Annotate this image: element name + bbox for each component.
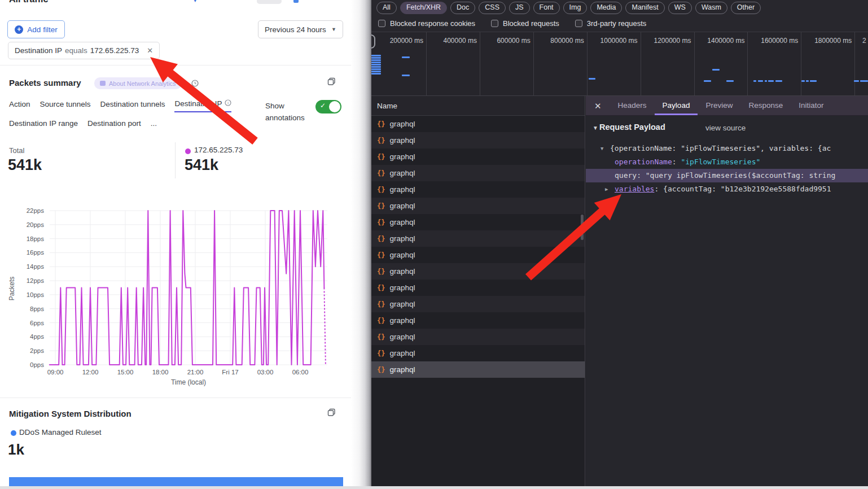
timeline-label: 400000 ms: [426, 37, 477, 45]
view-source-link[interactable]: view source: [705, 124, 746, 132]
tab-source-tunnels[interactable]: Source tunnels: [40, 99, 91, 112]
filter-pill-font[interactable]: Font: [533, 2, 560, 14]
add-filter-button[interactable]: + Add filter: [7, 20, 65, 38]
request-timing-bar: [371, 62, 381, 63]
network-filter-toolbar: AllFetch/XHRDocCSSJSFontImgMediaManifest…: [371, 0, 868, 32]
checkbox-3rd-party-requests[interactable]: 3rd-party requests: [575, 19, 647, 28]
filter-pill-img[interactable]: Img: [563, 2, 588, 14]
tab-action[interactable]: Action: [9, 99, 30, 112]
expand-right-icon[interactable]: ▶: [605, 182, 608, 196]
close-icon[interactable]: ✕: [586, 96, 610, 115]
filter-pill-doc[interactable]: Doc: [450, 2, 475, 14]
request-row[interactable]: {}graphql: [371, 230, 585, 247]
filter-pill-media[interactable]: Media: [590, 2, 622, 14]
request-row[interactable]: {}graphql: [371, 280, 585, 296]
tab--[interactable]: ...: [151, 119, 157, 131]
payload-line[interactable]: query: "query ipFlowTimeseries($accountT…: [586, 169, 868, 182]
about-network-analytics-badge[interactable]: About Network Analytics: [94, 77, 182, 89]
filter-pill-manifest[interactable]: Manifest: [625, 2, 664, 14]
payload-segment: : {accountTag: "b12e3b2192ee5588fdad9951: [654, 185, 831, 193]
scrollbar-thumb[interactable]: [581, 215, 584, 240]
request-row[interactable]: {}graphql: [371, 116, 585, 132]
request-row[interactable]: {}graphql: [371, 247, 585, 263]
series-dot: [185, 149, 191, 154]
network-timeline-overview[interactable]: 200000 ms400000 ms600000 ms800000 ms1000…: [371, 32, 868, 96]
time-range-dropdown[interactable]: Previous 24 hours ▼: [258, 20, 343, 38]
tab-destination-ip[interactable]: Destination IPi: [174, 99, 231, 112]
close-icon[interactable]: ✕: [147, 46, 153, 55]
request-name: graphql: [389, 136, 415, 145]
request-name: graphql: [389, 234, 415, 243]
tab-label: Destination port: [87, 119, 141, 128]
popout-icon[interactable]: [327, 77, 336, 88]
filter-pill-ws[interactable]: WS: [668, 2, 692, 14]
detail-tab-preview[interactable]: Preview: [698, 96, 740, 115]
mitigation-bar: [9, 477, 343, 487]
detail-tab-payload[interactable]: Payload: [655, 96, 698, 115]
request-timing-bar: [371, 71, 381, 72]
tab-destination-ip-range[interactable]: Destination IP range: [9, 119, 78, 131]
request-name: graphql: [389, 218, 415, 226]
filter-chip[interactable]: Destination IP equals 172.65.225.73 ✕: [8, 42, 160, 59]
expand-down-icon[interactable]: ▼: [600, 142, 603, 155]
checkbox-blocked-requests[interactable]: Blocked requests: [491, 19, 559, 28]
svg-text:20pps: 20pps: [27, 221, 45, 228]
json-braces-icon: {}: [377, 202, 385, 210]
request-name: graphql: [389, 267, 415, 276]
filter-pill-other[interactable]: Other: [731, 2, 761, 14]
tab-destination-port[interactable]: Destination port: [87, 119, 141, 131]
show-annotations-toggle[interactable]: ✓: [315, 100, 341, 113]
payload-line[interactable]: ▶variables: {accountTag: "b12e3b2192ee55…: [586, 182, 868, 196]
devtools-panel: AllFetch/XHRDocCSSJSFontImgMediaManifest…: [371, 0, 868, 489]
request-row[interactable]: {}graphql: [371, 165, 585, 181]
request-row[interactable]: {}graphql: [371, 214, 585, 230]
request-row[interactable]: {}graphql: [371, 329, 585, 345]
filter-pill-css[interactable]: CSS: [479, 2, 506, 14]
filter-field: Destination IP: [15, 46, 62, 55]
request-row[interactable]: {}graphql: [371, 312, 585, 329]
request-row[interactable]: {}graphql: [371, 181, 585, 198]
tab-label: Destination IP: [174, 99, 222, 108]
request-payload-header[interactable]: ▼Request Payload: [593, 123, 665, 132]
detail-tab-response[interactable]: Response: [740, 96, 791, 115]
filter-pill-js[interactable]: JS: [509, 2, 530, 14]
checkbox-blocked-response-cookies[interactable]: Blocked response cookies: [378, 19, 475, 28]
detail-tab-initiator[interactable]: Initiator: [791, 96, 831, 115]
request-row[interactable]: {}graphql: [371, 345, 585, 361]
time-range-label: Previous 24 hours: [265, 25, 326, 34]
filter-pill-fetch-xhr[interactable]: Fetch/XHR: [400, 2, 447, 14]
name-column-header[interactable]: Name: [371, 96, 585, 116]
checkbox-box: [378, 20, 385, 27]
svg-text:18:00: 18:00: [152, 369, 169, 376]
svg-text:21:00: 21:00: [187, 369, 204, 376]
request-row[interactable]: {}graphql: [371, 296, 585, 312]
detail-tab-headers[interactable]: Headers: [610, 96, 655, 115]
payload-line[interactable]: operationName: "ipFlowTimeseries": [586, 155, 868, 169]
svg-text:Fri 17: Fri 17: [222, 369, 238, 376]
filter-checkboxes: Blocked response cookiesBlocked requests…: [378, 19, 646, 28]
request-name: graphql: [389, 120, 415, 128]
request-row[interactable]: {}graphql: [371, 263, 585, 280]
series-value: 541k: [185, 156, 218, 174]
payload-line[interactable]: ▼{operationName: "ipFlowTimeseries", var…: [586, 142, 868, 155]
svg-text:i: i: [228, 101, 229, 106]
filter-pill-all[interactable]: All: [376, 2, 397, 14]
request-row[interactable]: {}graphql: [371, 361, 585, 378]
payload-line-text: {operationName: "ipFlowTimeseries", vari…: [610, 142, 831, 155]
request-row[interactable]: {}graphql: [371, 132, 585, 149]
tab-destination-tunnels[interactable]: Destination tunnels: [100, 99, 165, 112]
total-value: 541k: [8, 156, 42, 174]
clock-icon: [191, 79, 199, 89]
json-braces-icon: {}: [377, 120, 385, 128]
request-row[interactable]: {}graphql: [371, 149, 585, 165]
svg-text:06:00: 06:00: [292, 369, 309, 376]
payload-line-text: variables: {accountTag: "b12e3b2192ee558…: [615, 182, 831, 196]
series-label: 172.65.225.73: [194, 146, 243, 154]
request-timing-bar: [768, 80, 774, 82]
filter-pill-wasm[interactable]: Wasm: [695, 2, 727, 14]
popout-icon[interactable]: [327, 408, 336, 419]
request-timing-bar: [371, 57, 381, 59]
request-row[interactable]: {}graphql: [371, 198, 585, 214]
json-braces-icon: {}: [377, 268, 385, 276]
json-braces-icon: {}: [377, 317, 385, 325]
